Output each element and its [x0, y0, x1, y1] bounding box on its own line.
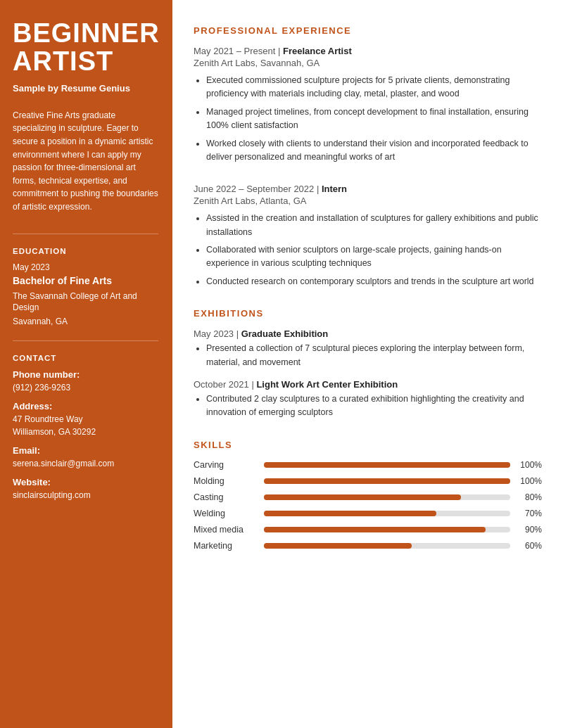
- job-1-company: Zenith Art Labs, Savannah, GA: [194, 58, 542, 68]
- name-line1: BEGINNER: [13, 18, 160, 48]
- exhibition-2-bullets: Contributed 2 clay sculptures to a curat…: [194, 392, 542, 420]
- bullet: Assisted in the creation and installatio…: [206, 212, 542, 239]
- skill-pct: 80%: [517, 492, 542, 502]
- bullet: Conducted research on contemporary sculp…: [206, 275, 542, 288]
- exhibitions-section: EXHIBITIONS May 2023 | Graduate Exhibiti…: [194, 308, 542, 420]
- contact-section-title: CONTACT: [13, 354, 158, 362]
- candidate-summary: Creative Fine Arts graduate specializing…: [13, 109, 158, 214]
- website-label: Website:: [13, 477, 158, 487]
- skill-name: Molding: [194, 476, 257, 486]
- job-2-header: June 2022 – September 2022 | Intern: [194, 184, 542, 194]
- job-1-header: May 2021 – Present | Freelance Artist: [194, 46, 542, 56]
- exhibition-1-date: May 2023: [194, 328, 234, 339]
- skill-name: Carving: [194, 460, 257, 470]
- skill-bar-bg: [264, 494, 510, 500]
- sidebar-divider-contact: [13, 340, 158, 341]
- skills-title: SKILLS: [194, 440, 542, 450]
- skill-row: Mixed media 90%: [194, 525, 542, 535]
- address-label: Address:: [13, 401, 158, 411]
- bullet: Worked closely with clients to understan…: [206, 137, 542, 165]
- skill-pct: 60%: [517, 541, 542, 551]
- email-value: serena.sinclair@gmail.com: [13, 457, 158, 470]
- skill-bar-fill: [264, 462, 510, 468]
- experience-section: PROFESSIONAL EXPERIENCE May 2021 – Prese…: [194, 25, 542, 288]
- skill-bar-bg: [264, 478, 510, 484]
- exhibition-2-date: October 2021: [194, 379, 249, 390]
- skill-bar-bg: [264, 543, 510, 549]
- job-1-bullets: Executed commissioned sculpture projects…: [194, 74, 542, 164]
- skill-name: Casting: [194, 492, 257, 502]
- skill-row: Molding 100%: [194, 476, 542, 486]
- edu-degree: Bachelor of Fine Arts: [13, 275, 158, 286]
- skill-row: Marketing 60%: [194, 541, 542, 551]
- name-line2: ARTIST: [13, 46, 113, 76]
- address-value: 47 Roundtree WayWilliamson, GA 30292: [13, 413, 158, 438]
- bullet: Managed project timelines, from concept …: [206, 106, 542, 133]
- skills-section: SKILLS Carving 100% Molding 100% Casting…: [194, 440, 542, 551]
- skill-bar-fill: [264, 543, 412, 549]
- experience-title: PROFESSIONAL EXPERIENCE: [194, 25, 542, 36]
- exhibition-1-bullets: Presented a collection of 7 sculptural p…: [194, 342, 542, 369]
- skill-name: Marketing: [194, 541, 257, 551]
- skill-pct: 100%: [517, 460, 542, 470]
- exhibition-1-title: Graduate Exhibition: [241, 328, 329, 339]
- job-1: May 2021 – Present | Freelance Artist Ze…: [194, 46, 542, 164]
- edu-date: May 2023: [13, 262, 158, 272]
- resume-container: BEGINNER ARTIST Sample by Resume Genius …: [0, 0, 563, 728]
- skill-pct: 70%: [517, 509, 542, 518]
- education-section-title: EDUCATION: [13, 247, 158, 255]
- exhibition-2-title: Light Work Art Center Exhibition: [256, 379, 398, 390]
- job-2-company: Zenith Art Labs, Atlanta, GA: [194, 196, 542, 206]
- resume-subtitle: Sample by Resume Genius: [13, 83, 158, 94]
- edu-location: Savannah, GA: [13, 316, 158, 328]
- skill-row: Carving 100%: [194, 460, 542, 470]
- bullet: Presented a collection of 7 sculptural p…: [206, 342, 542, 369]
- exhibitions-title: EXHIBITIONS: [194, 308, 542, 319]
- skill-bar-fill: [264, 478, 510, 484]
- skill-bar-fill: [264, 494, 461, 500]
- bullet: Collaborated with senior sculptors on la…: [206, 243, 542, 271]
- job-2-role: Intern: [322, 184, 347, 194]
- skill-pct: 90%: [517, 525, 542, 535]
- skill-bar-bg: [264, 462, 510, 468]
- job-1-role: Freelance Artist: [283, 46, 352, 56]
- job-2: June 2022 – September 2022 | Intern Zeni…: [194, 184, 542, 288]
- phone-value: (912) 236-9263: [13, 381, 158, 394]
- bullet: Contributed 2 clay sculptures to a curat…: [206, 392, 542, 420]
- job-1-date: May 2021 – Present: [194, 46, 275, 56]
- email-label: Email:: [13, 445, 158, 456]
- sidebar-divider-edu: [13, 234, 158, 234]
- skill-name: Mixed media: [194, 525, 257, 535]
- skill-bar-fill: [264, 511, 436, 516]
- sidebar: BEGINNER ARTIST Sample by Resume Genius …: [0, 0, 172, 728]
- candidate-name: BEGINNER ARTIST: [13, 20, 158, 76]
- website-value: sinclairsculpting.com: [13, 489, 158, 502]
- exhibition-2: October 2021 | Light Work Art Center Exh…: [194, 379, 542, 420]
- skills-list: Carving 100% Molding 100% Casting 80% We…: [194, 460, 542, 551]
- skill-pct: 100%: [517, 476, 542, 486]
- skill-row: Welding 70%: [194, 509, 542, 518]
- skill-bar-bg: [264, 527, 510, 532]
- skill-row: Casting 80%: [194, 492, 542, 502]
- phone-label: Phone number:: [13, 369, 158, 380]
- skill-bar-fill: [264, 527, 486, 532]
- skill-bar-bg: [264, 511, 510, 516]
- job-2-date: June 2022 – September 2022: [194, 184, 314, 194]
- exhibition-1-header: May 2023 | Graduate Exhibition: [194, 328, 542, 339]
- bullet: Executed commissioned sculpture projects…: [206, 74, 542, 101]
- edu-school: The Savannah College of Art and Design: [13, 290, 158, 314]
- job-2-bullets: Assisted in the creation and installatio…: [194, 212, 542, 288]
- exhibition-2-header: October 2021 | Light Work Art Center Exh…: [194, 379, 542, 390]
- main-content: PROFESSIONAL EXPERIENCE May 2021 – Prese…: [172, 0, 563, 728]
- exhibition-1: May 2023 | Graduate Exhibition Presented…: [194, 328, 542, 369]
- skill-name: Welding: [194, 509, 257, 518]
